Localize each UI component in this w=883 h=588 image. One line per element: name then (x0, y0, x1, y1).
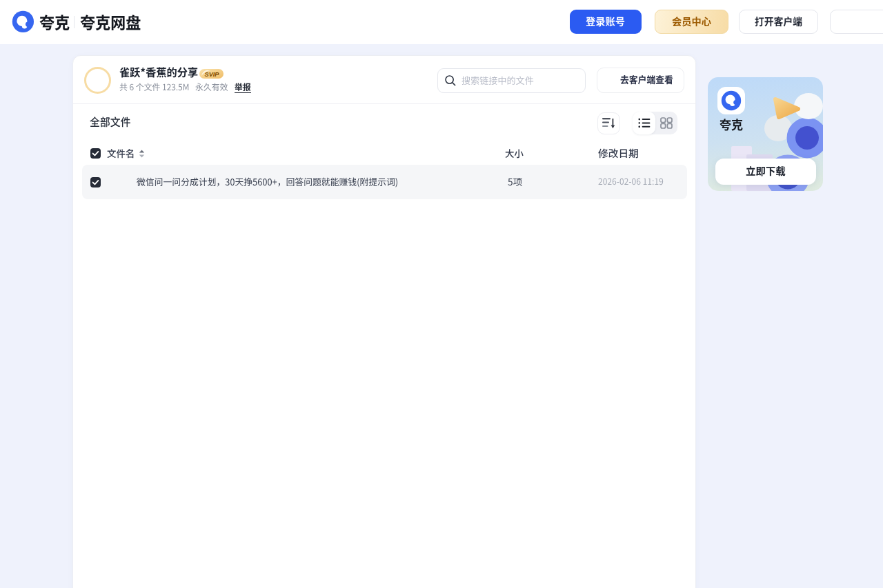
svg-text:SVIP: SVIP (205, 70, 220, 77)
